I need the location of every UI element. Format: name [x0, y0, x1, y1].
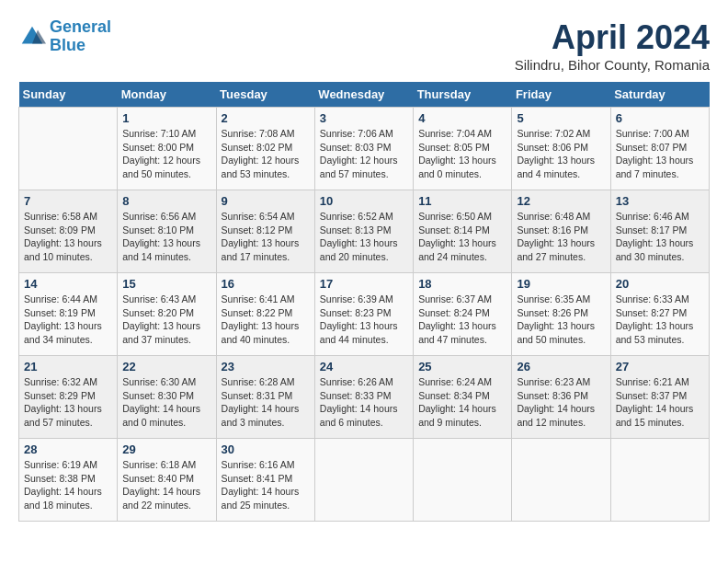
calendar-cell: 11Sunrise: 6:50 AMSunset: 8:14 PMDayligh… [414, 190, 512, 273]
day-number: 29 [122, 442, 210, 456]
day-number: 21 [24, 360, 112, 373]
day-number: 15 [122, 277, 210, 291]
calendar-cell: 29Sunrise: 6:18 AMSunset: 8:40 PMDayligh… [118, 439, 216, 522]
day-detail: Sunrise: 7:08 AMSunset: 8:02 PMDaylight:… [222, 127, 310, 181]
calendar-cell: 22Sunrise: 6:30 AMSunset: 8:30 PMDayligh… [118, 356, 216, 439]
day-detail: Sunrise: 7:10 AMSunset: 8:00 PMDaylight:… [122, 127, 210, 181]
calendar-cell: 24Sunrise: 6:26 AMSunset: 8:33 PMDayligh… [314, 356, 413, 439]
calendar-cell: 9Sunrise: 6:54 AMSunset: 8:12 PMDaylight… [216, 190, 314, 273]
day-detail: Sunrise: 6:56 AMSunset: 8:10 PMDaylight:… [122, 210, 210, 264]
calendar-cell: 10Sunrise: 6:52 AMSunset: 8:13 PMDayligh… [314, 190, 413, 273]
day-detail: Sunrise: 6:18 AMSunset: 8:40 PMDaylight:… [122, 458, 210, 512]
calendar-cell: 25Sunrise: 6:24 AMSunset: 8:34 PMDayligh… [414, 356, 512, 439]
logo-text: General Blue [50, 18, 111, 55]
calendar-cell: 27Sunrise: 6:21 AMSunset: 8:37 PMDayligh… [610, 356, 709, 439]
day-number: 19 [517, 277, 605, 291]
day-number: 6 [616, 111, 704, 125]
calendar-cell: 26Sunrise: 6:23 AMSunset: 8:36 PMDayligh… [512, 356, 610, 439]
day-number: 5 [517, 111, 605, 125]
calendar-week-5: 28Sunrise: 6:19 AMSunset: 8:38 PMDayligh… [19, 439, 710, 522]
day-detail: Sunrise: 7:06 AMSunset: 8:03 PMDaylight:… [320, 127, 408, 181]
day-detail: Sunrise: 7:04 AMSunset: 8:05 PMDaylight:… [418, 127, 506, 181]
calendar-week-2: 7Sunrise: 6:58 AMSunset: 8:09 PMDaylight… [19, 190, 710, 273]
day-detail: Sunrise: 6:58 AMSunset: 8:09 PMDaylight:… [24, 210, 112, 264]
day-detail: Sunrise: 6:28 AMSunset: 8:31 PMDaylight:… [222, 375, 310, 430]
day-detail: Sunrise: 6:54 AMSunset: 8:12 PMDaylight:… [222, 210, 310, 264]
day-detail: Sunrise: 6:23 AMSunset: 8:36 PMDaylight:… [517, 375, 605, 430]
weekday-header-saturday: Saturday [610, 82, 709, 108]
day-detail: Sunrise: 6:35 AMSunset: 8:26 PMDaylight:… [517, 293, 605, 347]
calendar-week-1: 1Sunrise: 7:10 AMSunset: 8:00 PMDaylight… [19, 108, 710, 190]
logo: General Blue [18, 18, 111, 55]
logo-icon [18, 23, 46, 51]
location-subtitle: Silindru, Bihor County, Romania [515, 57, 710, 73]
day-detail: Sunrise: 6:48 AMSunset: 8:16 PMDaylight:… [517, 210, 605, 264]
day-detail: Sunrise: 6:19 AMSunset: 8:38 PMDaylight:… [24, 458, 112, 512]
calendar-cell: 16Sunrise: 6:41 AMSunset: 8:22 PMDayligh… [216, 273, 314, 356]
day-number: 28 [24, 442, 112, 456]
calendar-cell: 15Sunrise: 6:43 AMSunset: 8:20 PMDayligh… [118, 273, 216, 356]
calendar-cell [414, 439, 512, 522]
calendar-cell: 23Sunrise: 6:28 AMSunset: 8:31 PMDayligh… [216, 356, 314, 439]
calendar-cell: 20Sunrise: 6:33 AMSunset: 8:27 PMDayligh… [610, 273, 709, 356]
weekday-header-friday: Friday [512, 82, 610, 108]
calendar-table: SundayMondayTuesdayWednesdayThursdayFrid… [18, 82, 710, 522]
day-number: 11 [418, 194, 506, 208]
day-number: 4 [418, 111, 506, 125]
day-number: 12 [517, 194, 605, 208]
calendar-cell: 7Sunrise: 6:58 AMSunset: 8:09 PMDaylight… [19, 190, 118, 273]
day-detail: Sunrise: 6:32 AMSunset: 8:29 PMDaylight:… [24, 375, 112, 430]
weekday-header-monday: Monday [118, 82, 216, 108]
calendar-cell: 30Sunrise: 6:16 AMSunset: 8:41 PMDayligh… [216, 439, 314, 522]
weekday-header-thursday: Thursday [414, 82, 512, 108]
day-number: 22 [122, 360, 210, 373]
day-number: 20 [616, 277, 704, 291]
day-detail: Sunrise: 6:24 AMSunset: 8:34 PMDaylight:… [418, 375, 506, 430]
day-detail: Sunrise: 6:33 AMSunset: 8:27 PMDaylight:… [616, 293, 704, 347]
weekday-header-tuesday: Tuesday [216, 82, 314, 108]
day-detail: Sunrise: 6:30 AMSunset: 8:30 PMDaylight:… [122, 375, 210, 430]
day-number: 25 [418, 360, 506, 373]
calendar-cell: 8Sunrise: 6:56 AMSunset: 8:10 PMDaylight… [118, 190, 216, 273]
calendar-cell: 1Sunrise: 7:10 AMSunset: 8:00 PMDaylight… [118, 108, 216, 190]
day-number: 7 [24, 194, 112, 208]
day-number: 9 [222, 194, 310, 208]
day-detail: Sunrise: 6:21 AMSunset: 8:37 PMDaylight:… [616, 375, 704, 430]
calendar-cell: 19Sunrise: 6:35 AMSunset: 8:26 PMDayligh… [512, 273, 610, 356]
day-detail: Sunrise: 6:44 AMSunset: 8:19 PMDaylight:… [24, 293, 112, 347]
day-detail: Sunrise: 7:00 AMSunset: 8:07 PMDaylight:… [616, 127, 704, 181]
day-number: 13 [616, 194, 704, 208]
calendar-cell: 5Sunrise: 7:02 AMSunset: 8:06 PMDaylight… [512, 108, 610, 190]
day-detail: Sunrise: 7:02 AMSunset: 8:06 PMDaylight:… [517, 127, 605, 181]
calendar-cell [610, 439, 709, 522]
day-number: 17 [320, 277, 408, 291]
day-detail: Sunrise: 6:43 AMSunset: 8:20 PMDaylight:… [122, 293, 210, 347]
day-detail: Sunrise: 6:50 AMSunset: 8:14 PMDaylight:… [418, 210, 506, 264]
day-detail: Sunrise: 6:26 AMSunset: 8:33 PMDaylight:… [320, 375, 408, 430]
calendar-cell: 13Sunrise: 6:46 AMSunset: 8:17 PMDayligh… [610, 190, 709, 273]
day-number: 8 [122, 194, 210, 208]
day-number: 30 [222, 442, 310, 456]
day-number: 23 [222, 360, 310, 373]
day-number: 16 [222, 277, 310, 291]
calendar-cell: 17Sunrise: 6:39 AMSunset: 8:23 PMDayligh… [314, 273, 413, 356]
day-detail: Sunrise: 6:41 AMSunset: 8:22 PMDaylight:… [222, 293, 310, 347]
calendar-cell: 28Sunrise: 6:19 AMSunset: 8:38 PMDayligh… [19, 439, 118, 522]
day-detail: Sunrise: 6:52 AMSunset: 8:13 PMDaylight:… [320, 210, 408, 264]
day-detail: Sunrise: 6:39 AMSunset: 8:23 PMDaylight:… [320, 293, 408, 347]
day-number: 18 [418, 277, 506, 291]
calendar-cell: 2Sunrise: 7:08 AMSunset: 8:02 PMDaylight… [216, 108, 314, 190]
calendar-cell [314, 439, 413, 522]
calendar-cell: 18Sunrise: 6:37 AMSunset: 8:24 PMDayligh… [414, 273, 512, 356]
day-number: 24 [320, 360, 408, 373]
calendar-header: SundayMondayTuesdayWednesdayThursdayFrid… [19, 82, 710, 108]
day-number: 27 [616, 360, 704, 373]
calendar-cell: 12Sunrise: 6:48 AMSunset: 8:16 PMDayligh… [512, 190, 610, 273]
day-number: 14 [24, 277, 112, 291]
day-number: 3 [320, 111, 408, 125]
calendar-cell: 4Sunrise: 7:04 AMSunset: 8:05 PMDaylight… [414, 108, 512, 190]
page-header: General Blue April 2024 Silindru, Bihor … [18, 18, 710, 73]
day-detail: Sunrise: 6:37 AMSunset: 8:24 PMDaylight:… [418, 293, 506, 347]
calendar-cell: 14Sunrise: 6:44 AMSunset: 8:19 PMDayligh… [19, 273, 118, 356]
day-number: 26 [517, 360, 605, 373]
